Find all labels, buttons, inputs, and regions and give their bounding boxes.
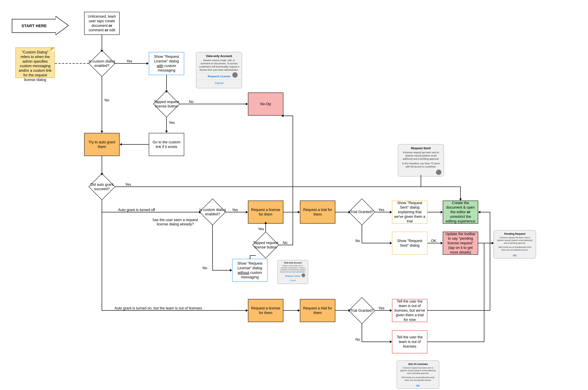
- node-show-without-custom: Show "Request License" dialog without cu…: [232, 259, 268, 282]
- node-no-op: No-Op: [248, 93, 283, 116]
- edge: [283, 116, 293, 116]
- node-request-trial-2: Request a trial for them: [300, 299, 335, 322]
- arrow-down-icon: [459, 198, 462, 201]
- start-label: START HERE: [22, 24, 47, 28]
- arrow-right-icon: [492, 242, 494, 244]
- touch-indicator-icon: [436, 170, 441, 175]
- cancel-button[interactable]: Cancel: [279, 278, 306, 283]
- edge-label-yes: Yes: [125, 182, 131, 187]
- edge: [102, 212, 102, 310]
- dialog-view-only-1: View-only Account Viewers cannot create,…: [196, 52, 242, 88]
- node-request-license-2: Request a license for them: [248, 299, 283, 322]
- arrow-right-icon: [147, 62, 149, 65]
- touch-indicator-icon: [302, 274, 305, 277]
- edge: [421, 175, 421, 187]
- edge: [166, 117, 167, 131]
- decision-tap-request-2: Tapped request license button: [256, 236, 275, 254]
- dialog-pending-request: Pending Request A license request has be…: [494, 230, 536, 258]
- edge: [250, 255, 256, 256]
- edge-dashed: [55, 63, 89, 64]
- decision-trial-granted-1: Trial Granted?: [353, 202, 371, 221]
- node-out-of-licenses-trial: Tell the user the team is out of license…: [392, 299, 428, 322]
- edge: [428, 310, 490, 311]
- node-start-event: Unlicensed, team user taps create docume…: [84, 12, 119, 35]
- arrow-right-icon: [298, 211, 300, 213]
- decision-tap-request-1: Tapped request license button: [157, 95, 176, 113]
- edge: [102, 200, 102, 212]
- arrow-right-icon: [390, 211, 392, 213]
- edge: [362, 341, 390, 342]
- edge: [362, 243, 390, 243]
- arrow-down-icon: [101, 50, 103, 52]
- ok-button[interactable]: OK: [400, 170, 441, 175]
- edge: [484, 243, 484, 342]
- decision-trial-granted-2: Trial Granted?: [353, 301, 371, 320]
- edge: [362, 324, 362, 341]
- ok-button[interactable]: OK: [496, 253, 534, 257]
- arrow-down-icon: [165, 91, 168, 93]
- edge-label-no: No: [355, 239, 360, 243]
- edge-label-ok: OK: [431, 239, 436, 243]
- edge: [250, 255, 250, 259]
- edge: [166, 75, 167, 91]
- chevron-right-icon: [55, 16, 71, 35]
- edge: [362, 225, 362, 243]
- custom-dialog-note: "Custom Dialog" refers to when the admin…: [15, 47, 55, 78]
- edge: [335, 310, 349, 311]
- edge-label-no: No: [355, 338, 360, 342]
- edge: [265, 224, 266, 232]
- edge-label-no: No: [283, 241, 287, 245]
- node-request-trial-1: Request a trial for them: [300, 200, 335, 224]
- edge: [102, 77, 102, 131]
- arrow-left-icon: [119, 143, 122, 146]
- arrow-right-icon: [349, 211, 351, 213]
- question-seen-dialog: has the user seen a request license dial…: [150, 218, 201, 226]
- svg-rect-1: [55, 19, 56, 32]
- arrow-right-icon: [441, 211, 443, 213]
- edge: [122, 144, 149, 145]
- dialog-view-only-2: View-only Account Viewers cannot create,…: [277, 260, 308, 284]
- edge-label-auto-on-out: Auto grant is turned on, but the team is…: [115, 306, 202, 310]
- arrow-right-icon: [441, 242, 443, 244]
- ok-button[interactable]: OK: [399, 383, 437, 387]
- arrow-right-icon: [246, 211, 248, 213]
- edge: [293, 116, 293, 245]
- arrow-down-icon: [165, 131, 168, 133]
- node-try-auto-grant: Try to auto grant them: [84, 133, 119, 156]
- arrow-right-icon: [246, 103, 248, 105]
- arrow-right-icon: [230, 269, 232, 272]
- edge-label-yes: Yes: [378, 306, 385, 310]
- edge: [490, 212, 490, 311]
- edge: [283, 310, 298, 311]
- node-show-with-custom: Show "Request License" dialog with custo…: [149, 52, 184, 75]
- decision-auto-grant-succeed: Did auto grant succeed?: [92, 177, 111, 196]
- edge: [102, 156, 102, 174]
- edge: [212, 270, 230, 271]
- decision-custom-dialog-2: Is custom dialog enabled?: [203, 202, 222, 221]
- dialog-out-of-licenses: Out of Licenses A license request has be…: [397, 360, 439, 389]
- arrow-right-icon: [349, 309, 351, 312]
- node-request-sent-trial: Show "Request Sent" dialog explaining th…: [392, 200, 428, 224]
- edge-label-auto-off: Auto grant is turned off: [118, 208, 155, 212]
- node-goto-custom-link: Go to the custom link if it exists: [149, 133, 184, 156]
- edge: [478, 243, 492, 243]
- edge: [460, 187, 461, 199]
- edge: [102, 35, 102, 50]
- cancel-button[interactable]: Cancel: [198, 80, 239, 86]
- edge: [480, 212, 490, 212]
- arrow-right-icon: [390, 341, 392, 343]
- edge-label-yes: Yes: [169, 121, 175, 125]
- edge-label-yes: Yes: [126, 59, 132, 63]
- edge: [212, 225, 213, 270]
- arrow-right-icon: [199, 211, 201, 213]
- flowchart-canvas: START HERE "Custom Dialog" refers to whe…: [0, 0, 588, 390]
- edge-label-yes: Yes: [232, 208, 238, 212]
- edge: [283, 212, 298, 212]
- edge-label-no: No: [105, 98, 109, 102]
- edge-label-yes: Yes: [378, 208, 385, 212]
- arrow-right-icon: [390, 309, 392, 312]
- node-request-sent-plain: Show "Request Sent" dialog: [392, 232, 428, 255]
- arrow-left-icon: [478, 211, 480, 213]
- decision-custom-dialog-1: Is custom dialog enabled?: [92, 54, 111, 73]
- svg-marker-0: [55, 16, 69, 35]
